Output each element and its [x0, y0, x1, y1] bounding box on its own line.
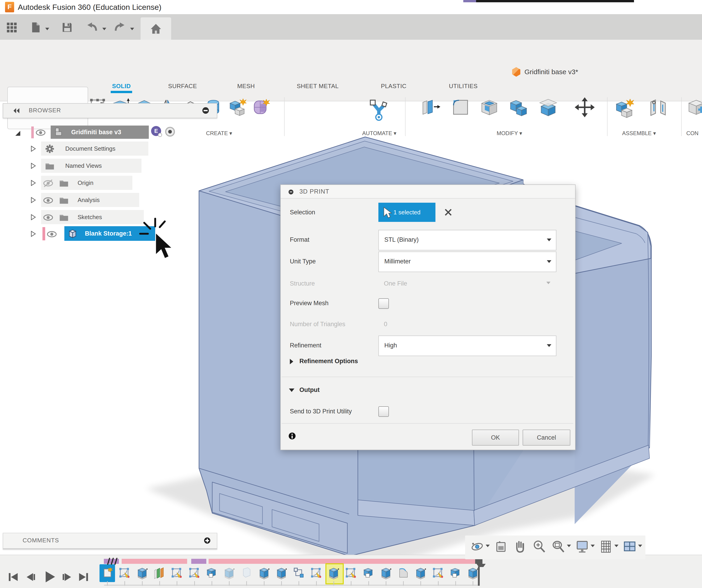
- viewports-button[interactable]: [622, 540, 637, 554]
- browser-item-analysis[interactable]: Analysis: [0, 193, 228, 207]
- visibility-eye-icon[interactable]: [43, 178, 53, 189]
- browser-item-document-settings[interactable]: Document Settings: [0, 141, 228, 156]
- browser-minimize-icon[interactable]: [201, 106, 210, 115]
- timeline-feature-sketch[interactable]: [118, 566, 131, 580]
- tab-solid[interactable]: SOLID: [112, 83, 131, 90]
- display-button[interactable]: [575, 540, 589, 554]
- visibility-eye-icon[interactable]: [43, 195, 53, 206]
- quick-access-toolbar: [0, 14, 702, 40]
- item-label: Document Settings: [65, 141, 115, 156]
- timeline-feature-extrude[interactable]: [275, 566, 288, 580]
- section-collapsed-icon[interactable]: [290, 359, 293, 364]
- dropdown-caret-icon: [547, 344, 551, 347]
- timeline-group-bar-pink: [122, 559, 187, 564]
- preview-mesh-checkbox[interactable]: [378, 298, 389, 309]
- info-icon[interactable]: [287, 432, 297, 441]
- visibility-eye-icon[interactable]: [46, 229, 57, 239]
- expand-arrow-icon[interactable]: [30, 180, 36, 186]
- fusion-logo: F: [5, 2, 14, 12]
- timeline-feature-sketch[interactable]: [345, 566, 357, 580]
- undo-icon: [87, 23, 96, 31]
- tab-sheet-metal[interactable]: SHEET METAL: [297, 83, 339, 90]
- section-expanded-icon[interactable]: [289, 388, 295, 392]
- timeline-feature-extrude[interactable]: [379, 566, 392, 580]
- browser-panel-header[interactable]: BROWSER: [3, 103, 217, 118]
- pan-button[interactable]: [513, 540, 527, 554]
- refinement-options-section[interactable]: Refinement Options: [300, 358, 358, 365]
- tab-mesh[interactable]: MESH: [237, 83, 255, 90]
- timeline-feature-offset[interactable]: [397, 566, 410, 580]
- timeline-feature-combine[interactable]: [205, 566, 218, 580]
- add-comment-icon[interactable]: [203, 537, 211, 545]
- expand-arrow-icon[interactable]: [15, 130, 21, 136]
- selection-button[interactable]: 1 selected: [378, 203, 436, 222]
- undo-caret-icon: [102, 28, 106, 30]
- tab-plastic[interactable]: PLASTIC: [381, 83, 406, 90]
- grid-button[interactable]: [599, 540, 613, 554]
- output-section[interactable]: Output: [300, 386, 320, 393]
- look-at-button[interactable]: [494, 540, 508, 554]
- orbit-button[interactable]: [470, 540, 484, 554]
- expand-arrow-icon[interactable]: [30, 163, 36, 169]
- timeline-feature-extrude[interactable]: [466, 566, 479, 580]
- item-label: Named Views: [65, 159, 102, 173]
- timeline-feature-component[interactable]: [101, 566, 114, 580]
- timeline-feature-extrude[interactable]: [223, 566, 236, 580]
- timeline-feature-sketch[interactable]: [188, 566, 201, 580]
- timeline-play-button[interactable]: [43, 570, 56, 583]
- visibility-eye-icon[interactable]: [43, 212, 53, 223]
- visibility-eye-icon[interactable]: [35, 127, 46, 138]
- dialog-header[interactable]: 3D PRINT: [281, 185, 575, 199]
- badge-dot: [158, 133, 162, 137]
- timeline-playhead-bar[interactable]: [478, 567, 480, 586]
- browser-item-sketches[interactable]: Sketches: [0, 210, 228, 224]
- browser-item-root[interactable]: Gridfiniti base v3 E: [0, 125, 228, 140]
- expand-arrow-icon[interactable]: [30, 214, 36, 220]
- timeline-feature-extrude[interactable]: [327, 566, 340, 580]
- ok-button[interactable]: OK: [472, 430, 519, 446]
- zoom-button[interactable]: [532, 540, 546, 554]
- browser-item-blank-storage-1[interactable]: Blank Storage:1: [0, 227, 228, 241]
- orbit-caret-icon[interactable]: [486, 545, 490, 547]
- timeline-feature-sketch[interactable]: [432, 566, 445, 580]
- unit-type-dropdown[interactable]: Millimeter: [378, 251, 556, 272]
- display-caret-icon[interactable]: [591, 545, 595, 547]
- tab-surface[interactable]: SURFACE: [168, 83, 197, 90]
- clear-selection-icon[interactable]: [443, 207, 453, 217]
- format-dropdown[interactable]: STL (Binary): [378, 230, 556, 250]
- timeline-feature-link[interactable]: [292, 566, 305, 580]
- browser-item-origin[interactable]: Origin: [0, 176, 228, 190]
- timeline-feature-sketch[interactable]: [170, 566, 183, 580]
- activate-component-radio[interactable]: [165, 126, 175, 137]
- timeline-step-back-button[interactable]: [25, 571, 36, 583]
- view-toolbar: [465, 536, 646, 559]
- send-to-utility-checkbox[interactable]: [378, 406, 389, 417]
- timeline-go-start-button[interactable]: [7, 571, 19, 583]
- timeline-go-end-button[interactable]: [78, 571, 90, 583]
- document-tab[interactable]: Gridfiniti base v3*: [512, 67, 578, 77]
- folder-icon: [59, 178, 69, 188]
- timeline-feature-combine[interactable]: [362, 566, 375, 580]
- cancel-button[interactable]: Cancel: [522, 430, 570, 446]
- fit-button[interactable]: [551, 540, 566, 554]
- timeline-feature-extrude[interactable]: [414, 566, 427, 580]
- comments-panel[interactable]: COMMENTS: [3, 533, 217, 550]
- item-label: Origin: [78, 176, 93, 190]
- home-tab[interactable]: [141, 17, 171, 40]
- timeline-feature-prism[interactable]: [240, 566, 253, 580]
- timeline-feature-extrude[interactable]: [258, 566, 270, 580]
- expand-arrow-icon[interactable]: [30, 197, 36, 203]
- timeline-feature-extrude[interactable]: [136, 566, 148, 580]
- timeline-feature-slabs[interactable]: [153, 566, 166, 580]
- viewports-caret-icon[interactable]: [638, 545, 642, 547]
- timeline-feature-combine[interactable]: [449, 566, 462, 580]
- timeline-feature-sketch[interactable]: [310, 566, 323, 580]
- fit-caret-icon[interactable]: [567, 545, 571, 547]
- refinement-dropdown[interactable]: High: [378, 336, 556, 356]
- tab-utilities[interactable]: UTILITIES: [449, 83, 478, 90]
- browser-item-named-views[interactable]: Named Views: [0, 159, 228, 173]
- expand-arrow-icon[interactable]: [30, 231, 36, 237]
- expand-arrow-icon[interactable]: [30, 146, 36, 152]
- grid-caret-icon[interactable]: [614, 545, 618, 547]
- timeline-step-forward-button[interactable]: [61, 571, 73, 583]
